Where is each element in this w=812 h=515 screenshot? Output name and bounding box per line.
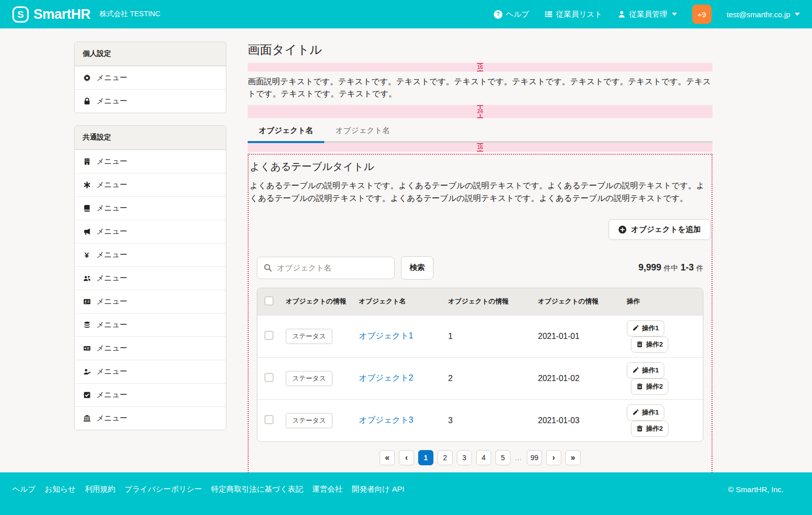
footer-link-help[interactable]: ヘルプ	[12, 485, 36, 494]
table-row: ステータス オブジェクト1 1 2021-01-01 操作1	[257, 315, 703, 357]
footer-link-news[interactable]: お知らせ	[45, 485, 76, 494]
pagination-page-5[interactable]: 5	[495, 450, 511, 465]
pagination-page-2[interactable]: 2	[437, 450, 453, 465]
pagination-page-4[interactable]: 4	[476, 450, 491, 465]
column-header: 操作	[623, 288, 703, 316]
row-checkbox[interactable]	[264, 331, 274, 340]
tab-object-2[interactable]: オブジェクト名	[324, 121, 401, 141]
page-description: 画面説明テキストです。テキストです。テキストです。テキストです。テキストです。テ…	[248, 76, 713, 100]
plus-circle-icon	[618, 225, 627, 234]
object-info-date: 2021-01-01	[534, 315, 623, 357]
lock-icon	[83, 97, 91, 105]
sidebar-item-menu[interactable]: メニュー	[75, 290, 226, 313]
asterisk-icon	[83, 181, 91, 189]
pagination-prev-button[interactable]: ‹	[399, 450, 414, 465]
list-icon	[545, 10, 553, 18]
delete-button[interactable]: 操作2	[631, 336, 668, 353]
pencil-icon	[632, 325, 639, 331]
object-link[interactable]: オブジェクト1	[359, 331, 413, 340]
help-link[interactable]: ? ヘルプ	[494, 10, 529, 19]
status-badge: ステータス	[286, 329, 332, 344]
book-icon	[83, 204, 91, 212]
column-header: オブジェクトの情報	[444, 288, 534, 316]
trash-icon	[636, 341, 643, 348]
trash-icon	[636, 383, 643, 390]
sidebar-item-menu[interactable]: ¥ メニュー	[75, 243, 226, 266]
footer-link-privacy[interactable]: プライバシーポリシー	[124, 485, 202, 494]
tab-bar: オブジェクト名 オブジェクト名	[248, 121, 713, 143]
row-checkbox[interactable]	[264, 373, 274, 382]
sidebar-item-menu[interactable]: メニュー	[75, 336, 226, 360]
select-all-checkbox[interactable]	[264, 296, 274, 305]
footer-link-commerce-law[interactable]: 特定商取引法に基づく表記	[211, 485, 303, 494]
status-badge: ステータス	[286, 413, 332, 428]
page-title: 画面タイトル	[248, 42, 713, 58]
svg-text:S: S	[17, 9, 24, 20]
spacing-marker-24: 24	[248, 105, 713, 118]
id-card-icon	[83, 298, 91, 305]
pagination-next-button[interactable]: ›	[546, 450, 561, 465]
chevron-down-icon	[672, 13, 677, 16]
footer-link-company[interactable]: 運営会社	[312, 485, 343, 494]
pencil-icon	[632, 367, 639, 373]
sidebar-item-menu[interactable]: メニュー	[75, 196, 226, 220]
question-circle-icon: ?	[494, 10, 502, 19]
edit-button[interactable]: 操作1	[627, 404, 664, 421]
copyright: © SmartHR, Inc.	[728, 485, 784, 494]
pagination-ellipsis: …	[515, 454, 523, 462]
sidebar-section-common: 共通設定 メニュー メニュー メニュー	[74, 125, 226, 430]
table-row: ステータス オブジェクト3 3 2021-01-03 操作1	[257, 399, 703, 441]
status-badge: ステータス	[286, 371, 332, 386]
object-link[interactable]: オブジェクト2	[359, 373, 413, 382]
account-menu[interactable]: test@smarthr.co.jp	[727, 10, 800, 19]
pagination-last-button[interactable]: »	[565, 450, 581, 465]
search-text-field[interactable]	[276, 263, 388, 272]
edit-button[interactable]: 操作1	[627, 320, 664, 336]
row-checkbox[interactable]	[264, 415, 274, 424]
pagination-page-1[interactable]: 1	[418, 450, 433, 465]
sidebar-item-menu[interactable]: メニュー	[75, 173, 226, 196]
delete-button[interactable]: 操作2	[631, 379, 668, 395]
object-info-value: 2	[444, 357, 534, 399]
sidebar-item-menu[interactable]: メニュー	[75, 313, 226, 336]
employee-list-link[interactable]: 従業員リスト	[545, 10, 602, 19]
pencil-icon	[632, 409, 639, 416]
brand-logo[interactable]: S SmartHR	[12, 6, 90, 23]
search-button[interactable]: 検索	[401, 256, 433, 280]
users-icon	[83, 274, 91, 282]
sidebar-item-menu[interactable]: メニュー	[75, 66, 226, 89]
table-header-row: オブジェクトの情報 オブジェクト名 オブジェクトの情報 オブジェクトの情報 操作	[257, 288, 703, 316]
user-icon	[618, 10, 626, 18]
search-input[interactable]	[257, 257, 395, 279]
megaphone-icon	[83, 228, 91, 235]
column-header: オブジェクトの情報	[534, 288, 623, 316]
object-link[interactable]: オブジェクト3	[359, 416, 413, 424]
sidebar-item-menu[interactable]: メニュー	[75, 383, 226, 406]
sidebar-item-menu[interactable]: メニュー	[75, 150, 226, 173]
building-icon	[83, 158, 91, 165]
sidebar-item-menu[interactable]: メニュー	[75, 220, 226, 243]
spacing-marker-16: 16	[248, 63, 713, 72]
delete-button[interactable]: 操作2	[631, 421, 668, 437]
search-row: 検索 9,999 件中 1-3 件	[257, 256, 703, 280]
add-object-button[interactable]: オブジェクトを追加	[608, 219, 710, 240]
pagination-first-button[interactable]: «	[380, 450, 395, 465]
footer-link-developer-api[interactable]: 開発者向け API	[352, 485, 404, 494]
company-name: 株式会社 TESTINC	[99, 10, 160, 19]
footer-link-terms[interactable]: 利用規約	[85, 485, 115, 494]
search-icon	[263, 263, 272, 272]
sidebar-section-personal: 個人設定 メニュー メニュー	[74, 42, 226, 113]
sidebar-item-menu[interactable]: メニュー	[75, 89, 226, 113]
bank-icon	[83, 415, 91, 422]
sidebar-item-menu[interactable]: メニュー	[75, 266, 226, 290]
employee-admin-menu[interactable]: 従業員管理	[618, 10, 677, 19]
edit-button[interactable]: 操作1	[627, 362, 664, 379]
pagination-page-3[interactable]: 3	[457, 450, 472, 465]
pagination-page-99[interactable]: 99	[527, 450, 542, 465]
result-count: 9,999 件中 1-3 件	[638, 262, 703, 273]
footer-links: ヘルプ お知らせ 利用規約 プライバシーポリシー 特定商取引法に基づく表記 運営…	[12, 485, 404, 494]
notification-badge[interactable]: +9	[692, 5, 712, 24]
sidebar-item-menu[interactable]: メニュー	[75, 360, 226, 383]
sidebar-item-menu[interactable]: メニュー	[75, 406, 226, 430]
tab-object-1[interactable]: オブジェクト名	[248, 121, 324, 141]
